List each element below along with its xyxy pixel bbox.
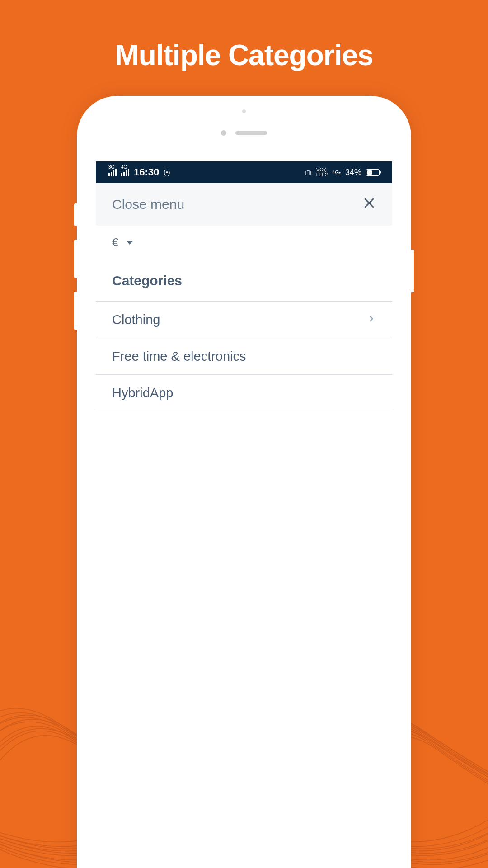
close-menu-label: Close menu xyxy=(112,197,184,212)
currency-symbol: € xyxy=(112,236,118,250)
phone-screen: 3G 4G 1 xyxy=(96,161,392,868)
category-label: Clothing xyxy=(112,312,160,327)
hotspot-icon: (•) xyxy=(164,169,170,176)
vibrate-icon: ı▯ı xyxy=(305,169,312,176)
category-item-clothing[interactable]: Clothing xyxy=(96,302,392,338)
category-label: Free time & electronics xyxy=(112,349,246,364)
signal-3g-icon: 3G xyxy=(108,169,117,176)
currency-selector[interactable]: € xyxy=(96,226,392,263)
volte-icon: VO))LTE2 xyxy=(316,167,328,177)
phone-side-buttons-left xyxy=(74,203,77,344)
battery-icon xyxy=(366,169,380,176)
close-icon[interactable] xyxy=(362,196,376,213)
phone-side-button-right xyxy=(411,250,414,292)
close-menu-bar[interactable]: Close menu xyxy=(96,183,392,226)
category-label: HybridApp xyxy=(112,386,173,401)
dropdown-arrow-icon xyxy=(127,241,133,245)
status-bar: 3G 4G 1 xyxy=(96,161,392,183)
chevron-right-icon xyxy=(367,314,376,325)
phone-camera-icon xyxy=(242,109,246,113)
phone-frame: 3G 4G 1 xyxy=(77,96,411,868)
categories-heading: Categories xyxy=(96,263,392,301)
hero-title: Multiple Categories xyxy=(0,0,488,72)
network-4g2-icon: 4G₂ xyxy=(332,170,341,175)
category-list: Clothing Free time & electronics HybridA… xyxy=(96,301,392,411)
signal-4g-icon: 4G xyxy=(121,169,129,176)
category-item-electronics[interactable]: Free time & electronics xyxy=(96,338,392,375)
battery-percent: 34% xyxy=(345,168,361,177)
status-time: 16:30 xyxy=(134,166,159,178)
phone-sensors xyxy=(221,130,267,136)
category-item-hybridapp[interactable]: HybridApp xyxy=(96,375,392,411)
